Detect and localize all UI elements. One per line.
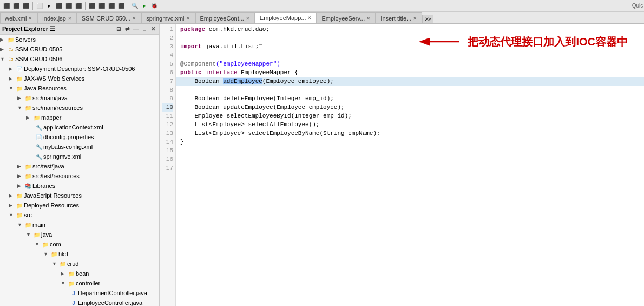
- tab-employee-cont[interactable]: EmployeeCont... ✕: [195, 12, 255, 23]
- tab-springmvc[interactable]: springmvc.xml ✕: [141, 12, 195, 23]
- tab-close-springmvc[interactable]: ✕: [186, 16, 190, 21]
- tab-close-index-jsp[interactable]: ✕: [68, 16, 72, 21]
- label-dbconfig: dbconfig.properties: [43, 134, 94, 140]
- tree-item-servers[interactable]: ▶ 📁 Servers: [0, 35, 159, 44]
- tree-item-hkd[interactable]: ▼ 📁 hkd: [0, 249, 159, 259]
- run-icon[interactable]: ▶: [140, 2, 149, 10]
- link-editor-icon[interactable]: ⇌: [123, 26, 131, 32]
- folder-icon-src-test-java: 📁: [24, 162, 32, 171]
- tree-item-ssm-0506[interactable]: ▼ 🗂 SSM-CRUD-0506: [0, 54, 159, 64]
- tab-ssm-crud[interactable]: SSM-CRUD-050... ✕: [77, 12, 141, 23]
- tree-item-mybatis[interactable]: 🔧 mybatis-config.xml: [0, 142, 159, 152]
- tree-item-libraries[interactable]: ▶ 📚 Libraries: [0, 181, 159, 191]
- editor-content: 1 2 3 4 5 6 7 8 9 10 11 12 13 14 15 16 1…: [160, 24, 644, 306]
- code-editor[interactable]: package com.hkd.crud.dao; import java.ut…: [176, 24, 644, 306]
- collapse-all-icon[interactable]: ⊟: [115, 26, 122, 32]
- quick-access-label[interactable]: Quic: [633, 2, 642, 10]
- tree-item-com[interactable]: ▼ 📁 com: [0, 239, 159, 249]
- tab-close-employee-mapper[interactable]: ✕: [307, 15, 312, 21]
- tab-employee-mapper[interactable]: EmployeeMapp... ✕: [255, 12, 317, 23]
- label-springmvc-res: springmvc.xml: [43, 153, 81, 160]
- separator-2: [85, 2, 86, 10]
- toolbar-icon-2[interactable]: ⬛: [12, 2, 21, 10]
- debug-icon[interactable]: 🐞: [150, 2, 159, 10]
- toolbar-icon-1[interactable]: ⬛: [2, 2, 11, 10]
- toolbar-icon-3[interactable]: ⬛: [22, 2, 30, 10]
- project-icon-0506: 🗂: [6, 55, 15, 63]
- deployed-icon: 📁: [15, 201, 24, 210]
- folder-icon-bean: 📁: [67, 269, 76, 278]
- toolbar-icon-10[interactable]: ⬛: [97, 2, 106, 10]
- close-panel-icon[interactable]: ✕: [149, 26, 157, 32]
- tree-item-src-main-java[interactable]: ▶ 📁 src/main/java: [0, 93, 159, 103]
- arrow-com: ▼: [35, 242, 41, 247]
- xml-icon-appcontext: 🔧: [35, 123, 43, 132]
- arrow-libraries: ▶: [17, 183, 24, 188]
- arrow-ssm-0505: ▶: [0, 47, 6, 52]
- tree-item-appcontext[interactable]: 🔧 applicationContext.xml: [0, 122, 159, 132]
- descriptor-icon: 📄: [15, 64, 24, 73]
- main-area: Project Explorer ☰ ⊟ ⇌ — □ ✕ ▶ 📁 Servers…: [0, 24, 644, 306]
- tree-item-src-test-res[interactable]: ▶ 📁 src/test/resources: [0, 171, 159, 181]
- tree-item-java[interactable]: ▼ 📁 java: [0, 230, 159, 239]
- tab-web-xml[interactable]: web.xml ✕: [0, 12, 37, 23]
- tree-item-src-test-java[interactable]: ▶ 📁 src/test/java: [0, 161, 159, 171]
- tab-overflow[interactable]: >>: [422, 15, 433, 23]
- tree-item-deployment[interactable]: ▶ 📄 Deployment Descriptor: SSM-CRUD-0506: [0, 64, 159, 74]
- tree-item-controller[interactable]: ▼ 📁 controller: [0, 278, 159, 288]
- folder-icon-jaxws: 📁: [15, 74, 24, 83]
- tree-item-mapper-res[interactable]: ▶ 📁 mapper: [0, 113, 159, 122]
- tree-item-bean[interactable]: ▶ 📁 bean: [0, 269, 159, 278]
- tree-item-dept-ctrl[interactable]: J DepartmentController.java: [0, 288, 159, 298]
- folder-icon-servers: 📁: [6, 35, 15, 44]
- tree-item-java-resources[interactable]: ▼ 📁 Java Resources: [0, 83, 159, 93]
- maximize-icon[interactable]: □: [141, 26, 148, 32]
- label-libraries: Libraries: [32, 183, 55, 189]
- panel-header-icons: ⊟ ⇌ — □ ✕: [115, 26, 157, 32]
- tab-close-insert-title[interactable]: ✕: [413, 16, 417, 21]
- tree-item-main[interactable]: ▼ 📁 main: [0, 220, 159, 230]
- toolbar-icon-8[interactable]: ⬛: [74, 2, 83, 10]
- tree-item-dbconfig[interactable]: 📄 dbconfig.properties: [0, 132, 159, 142]
- tree-item-src-main-resources[interactable]: ▼ 📁 src/main/resources: [0, 103, 159, 113]
- tree-item-springmvc[interactable]: 🔧 springmvc.xml: [0, 152, 159, 161]
- tree-item-emp-ctrl[interactable]: J EmployeeController.java: [0, 298, 159, 306]
- tab-close-ssm-crud[interactable]: ✕: [132, 16, 136, 21]
- label-servers: Servers: [15, 36, 36, 43]
- toolbar-icon-4[interactable]: ⬜: [35, 2, 44, 10]
- tab-close-employee-serv[interactable]: ✕: [366, 16, 371, 21]
- toolbar-icon-13[interactable]: 🔍: [130, 2, 139, 10]
- project-explorer-title: Project Explorer ☰: [2, 25, 55, 32]
- toolbar-icon-6[interactable]: ⬛: [55, 2, 63, 10]
- toolbar-icon-9[interactable]: ⬛: [88, 2, 96, 10]
- tree-item-src[interactable]: ▼ 📁 src: [0, 210, 159, 220]
- arrow-java-resources: ▼: [9, 86, 15, 91]
- toolbar-icon-5[interactable]: ▶: [45, 2, 54, 10]
- tree-item-js-resources[interactable]: ▶ 📁 JavaScript Resources: [0, 191, 159, 200]
- toolbar-icon-12[interactable]: ⬛: [117, 2, 126, 10]
- tab-close-web-xml[interactable]: ✕: [28, 16, 32, 21]
- tree-item-deployed-resources[interactable]: ▶ 📁 Deployed Resources: [0, 200, 159, 210]
- xml-icon-mybatis: 🔧: [35, 142, 43, 151]
- folder-icon-src-test-res: 📁: [24, 172, 32, 180]
- tree-item-jaxws[interactable]: ▶ 📁 JAX-WS Web Services: [0, 74, 159, 83]
- tree-item-crud[interactable]: ▼ 📁 crud: [0, 259, 159, 269]
- toolbar-icon-11[interactable]: ⬛: [107, 2, 116, 10]
- tree-item-ssm-0505[interactable]: ▶ 🗂 SSM-CRUD-0505: [0, 44, 159, 54]
- label-mybatis: mybatis-config.xml: [43, 144, 93, 150]
- js-icon: 📁: [15, 191, 24, 200]
- arrow-mapper-res: ▶: [26, 115, 32, 120]
- arrow-hkd: ▼: [43, 251, 50, 257]
- tab-insert-title[interactable]: Insert title... ✕: [376, 12, 422, 23]
- minimize-icon[interactable]: —: [132, 26, 140, 32]
- arrow-java: ▼: [26, 232, 32, 237]
- folder-icon-src-main-java: 📁: [24, 94, 32, 102]
- toolbar-icon-7[interactable]: ⬛: [64, 2, 73, 10]
- tab-label-ssm-crud: SSM-CRUD-050...: [82, 15, 130, 22]
- tab-employee-serv[interactable]: EmployeeServ... ✕: [317, 12, 376, 23]
- tab-label-employee-mapper: EmployeeMapp...: [260, 15, 306, 21]
- label-src-main-java: src/main/java: [32, 95, 68, 101]
- label-ssm-0506: SSM-CRUD-0506: [15, 56, 62, 62]
- tab-index-jsp[interactable]: index.jsp ✕: [37, 12, 76, 23]
- tab-close-employee-cont[interactable]: ✕: [246, 16, 250, 21]
